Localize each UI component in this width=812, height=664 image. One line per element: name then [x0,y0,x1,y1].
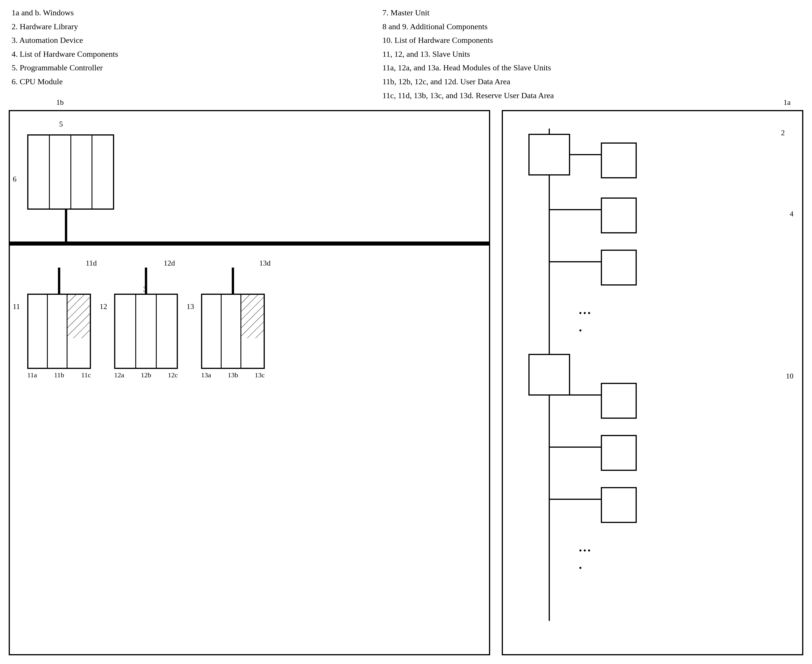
svg-rect-18 [602,383,636,418]
legend-item-6: 6. CPU Module [11,75,118,89]
slave-unit-11: 11d [27,268,91,379]
slave-row: 11d [27,268,471,379]
window-1a: 1a 2 4 10 ... [502,110,803,655]
pc-slot-9 [71,135,93,208]
label-5: 5 [59,120,63,129]
slave-11-head [28,295,48,368]
label-11b: 11b [54,371,64,379]
slave-box-13 [201,294,265,369]
svg-text:.: . [578,316,582,335]
slave-box-11 [27,294,91,369]
legend-left: 1a and b. Windows 2. Hardware Library 3.… [11,6,118,89]
svg-rect-9 [602,143,636,178]
legend-item-89: 8 and 9. Additional Components [382,20,554,34]
label-11d: 11d [86,259,97,268]
label-13: 13 [187,302,194,311]
svg-rect-16 [529,355,569,395]
legend-item-1112: 11, 12, and 13. Slave Units [382,47,554,61]
legend-item-3: 3. Automation Device [11,33,118,47]
label-11c: 11c [81,371,91,379]
slave-13-user [222,295,241,368]
svg-text:...: ... [578,536,591,555]
slave-unit-13: 13d [201,268,265,379]
svg-rect-4 [241,295,264,338]
svg-text:.: . [578,553,582,573]
legend-item-7: 7. Master Unit [382,6,554,20]
label-12c: 12c [168,371,178,379]
legend-right: 7. Master Unit 8 and 9. Additional Compo… [382,6,554,102]
window-1b: 1b 5 6 8 9 7 3 [9,110,490,655]
legend-item-5: 5. Programmable Controller [11,61,118,75]
legend-item-1ab: 1a and b. Windows [11,6,118,20]
label-13a: 13a [201,371,211,379]
pc-slot-8 [50,135,71,208]
legend-item-11b: 11b, 12b, 12c, and 12d. User Data Area [382,75,554,89]
slave-12-head [115,295,136,368]
svg-rect-7 [529,134,569,175]
legend-item-11a: 11a, 12a, and 13a. Head Modules of the S… [382,61,554,75]
pc-slot-master [92,135,113,208]
svg-text:...: ... [578,299,591,318]
label-11: 11 [13,302,20,311]
legend-item-10: 10. List of Hardware Components [382,33,554,47]
main-container: 1b 5 6 8 9 7 3 [9,110,803,655]
label-6: 6 [13,175,16,184]
svg-rect-20 [602,436,636,470]
label-12b: 12b [141,371,151,379]
slave-13-reserve [241,295,264,368]
slave-13-connector [232,268,234,294]
pc-to-bus-connector [65,210,67,243]
legend-item-4: 4. List of Hardware Components [11,47,118,61]
svg-rect-11 [602,198,636,233]
bus-line [10,241,489,246]
pc-slot-cpu [28,135,50,208]
label-12a: 12a [114,371,124,379]
label-1b: 1b [56,98,64,107]
slave-11-reserve [67,295,90,368]
pc-box [27,134,114,210]
slave-12-slot3 [157,295,177,368]
svg-rect-22 [602,488,636,522]
slave-12-slot2 [136,295,157,368]
label-12d: 12d [164,259,175,268]
slave-11-connector [58,268,60,294]
slave-13-head [202,295,222,368]
label-13c: 13c [254,371,265,379]
legend-item-11c: 11c, 11d, 13b, 13c, and 13d. Reserve Use… [382,89,554,103]
slave-unit-12: 12d 12a 12b 12c 12 [114,268,178,379]
svg-rect-13 [602,250,636,285]
slave-box-12 [114,294,178,369]
slave-12-connector [145,268,147,294]
label-11a: 11a [27,371,37,379]
label-1a: 1a [783,98,791,107]
tree-container: ... . ... . [520,129,796,637]
svg-rect-1 [67,295,90,338]
slave-11-user [48,295,67,368]
legend-item-2: 2. Hardware Library [11,20,118,34]
label-13b: 13b [228,371,238,379]
label-12: 12 [99,302,107,311]
label-13d: 13d [259,259,271,268]
